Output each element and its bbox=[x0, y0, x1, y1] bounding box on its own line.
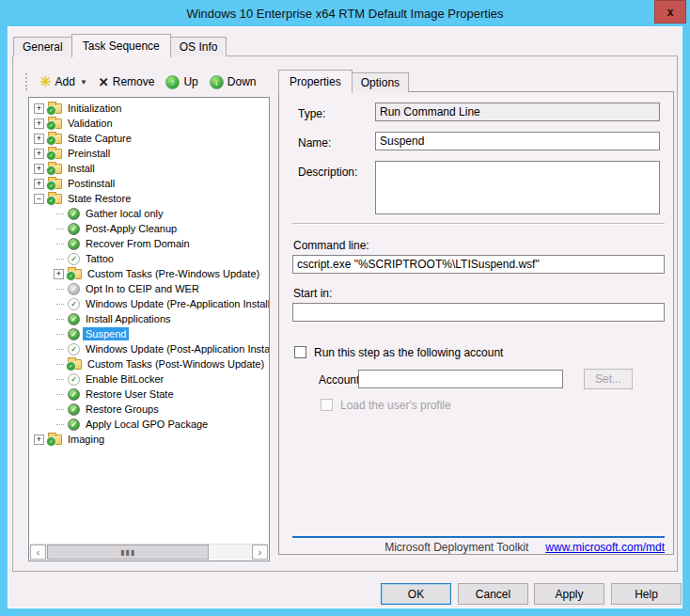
tab-os-info[interactable]: OS Info bbox=[170, 37, 227, 56]
tree-item-gather-local-only[interactable]: ✓Gather local only bbox=[29, 206, 269, 221]
plus-expander-icon[interactable]: + bbox=[34, 118, 44, 129]
up-icon: ↑ bbox=[165, 75, 180, 89]
tree-item-postinstall[interactable]: +Postinstall bbox=[29, 176, 269, 191]
scrollbar-thumb[interactable]: ▮▮▮ bbox=[47, 545, 209, 560]
plus-expander-icon[interactable]: + bbox=[34, 164, 44, 174]
tree-item-tattoo[interactable]: ✓Tattoo bbox=[29, 251, 269, 266]
folder-icon bbox=[48, 434, 62, 445]
window: Windows 10 Enterprise x64 RTM Default Im… bbox=[0, 0, 690, 616]
up-button[interactable]: ↑ Up bbox=[163, 73, 200, 91]
add-icon: ✳ bbox=[39, 75, 52, 88]
plus-expander-icon[interactable]: + bbox=[54, 269, 64, 279]
load-profile-checkbox[interactable] bbox=[321, 399, 333, 411]
tree-item-label: Gather local only bbox=[83, 207, 166, 220]
horizontal-scrollbar[interactable]: ‹ ▮▮▮ › bbox=[30, 544, 268, 560]
mdt-link[interactable]: www.microsoft.com/mdt bbox=[545, 541, 665, 554]
description-label: Description: bbox=[298, 166, 357, 179]
tree-item-label: Postinstall bbox=[65, 177, 118, 190]
tree-item-recover-from-domain[interactable]: ✓Recover From Domain bbox=[29, 236, 269, 251]
minus-expander-icon[interactable]: − bbox=[34, 194, 44, 204]
remove-button[interactable]: ✕ Remove bbox=[96, 73, 158, 91]
tree-item-custom-tasks-pre-windows-update[interactable]: +Custom Tasks (Pre-Windows Update) bbox=[29, 266, 269, 281]
tree-item-validation[interactable]: +Validation bbox=[29, 116, 269, 131]
start-in-field[interactable] bbox=[292, 303, 665, 322]
chevron-down-icon: ▼ bbox=[80, 78, 87, 87]
set-button[interactable]: Set... bbox=[584, 369, 633, 389]
check-filled-icon: ✓ bbox=[68, 403, 80, 416]
plus-expander-icon[interactable]: + bbox=[34, 434, 44, 445]
tree-item-enable-bitlocker[interactable]: ✓Enable BitLocker bbox=[29, 371, 269, 387]
start-in-label: Start in: bbox=[293, 287, 332, 300]
folder-icon bbox=[48, 103, 62, 114]
plus-expander-icon[interactable]: + bbox=[34, 179, 44, 189]
tree-item-custom-tasks-post-windows-update[interactable]: Custom Tasks (Post-Windows Update) bbox=[29, 356, 269, 371]
tree-item-initialization[interactable]: +Initialization bbox=[29, 101, 269, 116]
tree-item-label: Recover From Domain bbox=[83, 237, 193, 250]
tree-item-restore-user-state[interactable]: ✓Restore User State bbox=[29, 387, 269, 402]
product-name: Microsoft Deployment Toolkit bbox=[384, 541, 528, 554]
tree-item-state-restore[interactable]: −State Restore bbox=[29, 191, 269, 206]
apply-button[interactable]: Apply bbox=[534, 583, 604, 605]
name-field[interactable] bbox=[375, 132, 660, 150]
tab-task-sequence[interactable]: Task Sequence bbox=[71, 34, 171, 57]
tab-properties[interactable]: Properties bbox=[278, 70, 353, 93]
down-button[interactable]: ↓ Down bbox=[207, 73, 259, 91]
tree-item-restore-groups[interactable]: ✓Restore Groups bbox=[29, 402, 269, 417]
tree-item-label: State Capture bbox=[65, 132, 134, 145]
tree-item-label: Custom Tasks (Post-Windows Update) bbox=[85, 357, 267, 371]
tree-item-suspend[interactable]: ✓Suspend bbox=[29, 326, 269, 341]
tree-item-label: Restore Groups bbox=[83, 403, 162, 416]
folder-icon bbox=[48, 194, 62, 204]
tree-item-opt-in-to-ceip-and-wer[interactable]: ✓Opt In to CEIP and WER bbox=[29, 281, 269, 296]
tree-item-label: Suspend bbox=[83, 327, 129, 340]
tab-general[interactable]: General bbox=[13, 37, 72, 56]
tree-connector bbox=[53, 236, 65, 251]
tree-item-windows-update-post-application-installa[interactable]: ✓Windows Update (Post-Application Instal… bbox=[29, 341, 269, 356]
description-field[interactable] bbox=[375, 161, 660, 214]
ok-button[interactable]: OK bbox=[381, 583, 451, 605]
plus-expander-icon[interactable]: + bbox=[34, 134, 44, 144]
folder-icon bbox=[48, 164, 62, 174]
tree-connector bbox=[53, 296, 65, 311]
folder-icon bbox=[68, 359, 82, 370]
scroll-right-icon[interactable]: › bbox=[252, 545, 268, 560]
tree-item-install[interactable]: +Install bbox=[29, 161, 269, 176]
tree-connector bbox=[53, 371, 65, 387]
tree-item-imaging[interactable]: +Imaging bbox=[29, 432, 269, 447]
command-line-field[interactable] bbox=[292, 255, 665, 274]
close-button[interactable]: x bbox=[654, 0, 686, 24]
run-as-label: Run this step as the following account bbox=[314, 346, 503, 359]
tree-item-state-capture[interactable]: +State Capture bbox=[29, 131, 269, 146]
run-as-checkbox[interactable] bbox=[294, 346, 306, 358]
up-button-label: Up bbox=[183, 75, 197, 88]
account-field[interactable] bbox=[358, 370, 563, 388]
folder-icon bbox=[48, 134, 62, 144]
add-button[interactable]: ✳ Add ▼ bbox=[37, 73, 90, 90]
footer-divider bbox=[292, 536, 665, 538]
tree-connector bbox=[53, 206, 65, 221]
scroll-left-icon[interactable]: ‹ bbox=[30, 545, 46, 560]
tree-item-install-applications[interactable]: ✓Install Applications bbox=[29, 311, 269, 326]
toolbar: ✳ Add ▼ ✕ Remove ↑ Up ↓ Down bbox=[25, 70, 259, 94]
check-filled-icon: ✓ bbox=[68, 223, 80, 235]
tree-item-windows-update-pre-application-installa[interactable]: ✓Windows Update (Pre-Application Install… bbox=[29, 296, 269, 311]
plus-expander-icon[interactable]: + bbox=[34, 149, 44, 159]
tree-item-apply-local-gpo-package[interactable]: ✓Apply Local GPO Package bbox=[29, 417, 269, 432]
title-bar: Windows 10 Enterprise x64 RTM Default Im… bbox=[0, 0, 690, 26]
tree-item-label: Initialization bbox=[65, 102, 124, 115]
help-button[interactable]: Help bbox=[611, 583, 682, 605]
window-title: Windows 10 Enterprise x64 RTM Default Im… bbox=[186, 7, 503, 21]
tree-connector bbox=[53, 311, 65, 326]
tree-item-post-apply-cleanup[interactable]: ✓Post-Apply Cleanup bbox=[29, 221, 269, 236]
scrollbar-track[interactable] bbox=[209, 545, 252, 560]
cancel-button[interactable]: Cancel bbox=[458, 583, 528, 605]
toolbar-grip bbox=[25, 73, 29, 90]
tab-options[interactable]: Options bbox=[352, 72, 409, 92]
plus-expander-icon[interactable]: + bbox=[34, 103, 44, 114]
check-outline-icon: ✓ bbox=[68, 343, 80, 355]
tree-item-label: Install Applications bbox=[83, 312, 174, 325]
tree-item-label: Tattoo bbox=[83, 252, 117, 265]
tree-item-preinstall[interactable]: +Preinstall bbox=[29, 146, 269, 161]
main-tab-strip: GeneralTask SequenceOS Info bbox=[13, 32, 226, 56]
tree-item-label: Restore User State bbox=[83, 387, 177, 401]
